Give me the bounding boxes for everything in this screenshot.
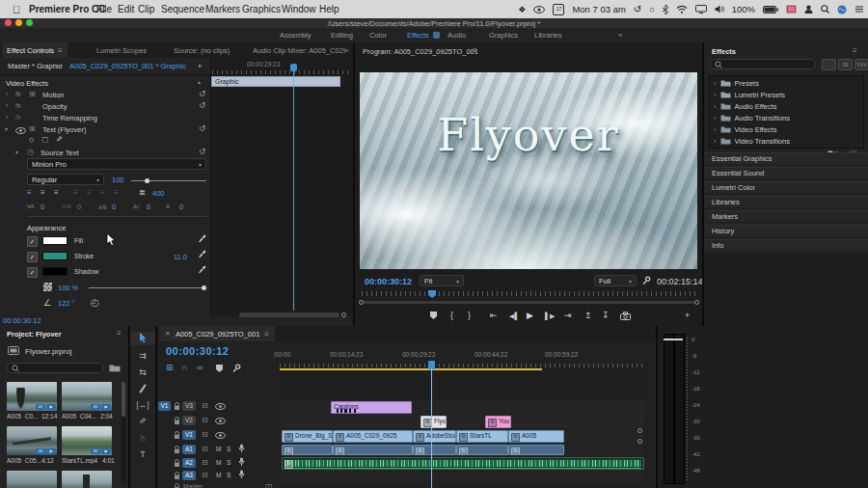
- program-current-timecode[interactable]: 00:00:30:12: [365, 277, 412, 286]
- add-marker-icon[interactable]: [216, 365, 223, 372]
- track-badge-a3[interactable]: A3: [182, 471, 196, 480]
- clip-video[interactable]: fxA005: [508, 430, 564, 443]
- clip-audio[interactable]: fx: [508, 445, 564, 455]
- track-badge-v3[interactable]: V3: [182, 401, 196, 411]
- graphic-clip-bar[interactable]: Graphic: [211, 76, 340, 87]
- workspace-graphics[interactable]: Graphics: [489, 28, 518, 42]
- sync-lock-icon[interactable]: ⊟: [202, 471, 208, 479]
- step-forward-button[interactable]: ▌▶: [545, 312, 555, 320]
- lock-icon[interactable]: [174, 483, 180, 488]
- sync-lock-icon[interactable]: ⊟: [202, 416, 208, 424]
- justify-center-icon[interactable]: ≡: [87, 188, 91, 197]
- snap-magnet-icon[interactable]: ∩: [181, 363, 188, 372]
- eyedropper-icon[interactable]: [198, 250, 206, 258]
- panel-header-libraries[interactable]: Libraries: [704, 196, 868, 207]
- clip-video[interactable]: fxStarsTL: [456, 430, 508, 443]
- razor-tool[interactable]: [130, 382, 155, 395]
- add-marker-button[interactable]: [430, 312, 437, 319]
- stroke-checkbox[interactable]: ✓: [27, 252, 38, 262]
- menu-sequence[interactable]: Sequence: [161, 0, 204, 18]
- scroll-right-dot[interactable]: [694, 300, 699, 305]
- ec-playhead-line[interactable]: [293, 69, 294, 311]
- button-editor-plus[interactable]: +: [685, 311, 690, 320]
- timeline-scroll-dot[interactable]: [637, 428, 642, 433]
- linked-selection-icon[interactable]: ∞: [197, 363, 203, 372]
- play-button[interactable]: ▶: [527, 311, 533, 320]
- workspace-audio[interactable]: Audio: [448, 28, 466, 42]
- clip-you-graphic[interactable]: fxYou: [485, 416, 511, 428]
- panel-header-lumetri-color[interactable]: Lumetri Color: [704, 181, 868, 193]
- app-menu[interactable]: Premiere Pro CC: [29, 0, 105, 18]
- rectangle-tool-icon[interactable]: □: [42, 135, 47, 145]
- audio-meter-left[interactable]: [664, 334, 674, 484]
- app-extra-icon[interactable]: ❖: [518, 5, 526, 14]
- panel-menu-icon[interactable]: ≡: [58, 46, 63, 55]
- menu-graphics[interactable]: Graphics: [242, 0, 281, 18]
- program-scrubber-ticks[interactable]: [362, 291, 695, 296]
- folder-row-presets[interactable]: ›Presets: [710, 77, 866, 89]
- ellipse-tool-icon[interactable]: ○: [29, 135, 34, 145]
- go-to-out-button[interactable]: ⇥: [564, 311, 572, 320]
- folder-row-video-transitions[interactable]: ›Video Transitions: [710, 135, 866, 147]
- bluetooth-icon[interactable]: [663, 5, 668, 14]
- align-left-icon[interactable]: ≡: [27, 188, 31, 197]
- lock-icon[interactable]: [174, 446, 180, 454]
- project-item-thumbnail[interactable]: 4K▶: [62, 382, 112, 411]
- mic-record-icon[interactable]: [238, 444, 245, 453]
- workspace-menu-icon[interactable]: [433, 32, 440, 39]
- apple-menu-icon[interactable]: : [13, 0, 20, 18]
- angle-dial-icon[interactable]: ◴: [91, 297, 99, 308]
- folder-row-audio-transitions[interactable]: ›Audio Transitions: [710, 112, 866, 123]
- font-size-value[interactable]: 100: [112, 176, 124, 184]
- display-icon[interactable]: [695, 5, 707, 14]
- project-item-name[interactable]: A005_C04...: [62, 413, 98, 420]
- panel-header-essential-sound[interactable]: Essential Sound: [704, 167, 868, 178]
- track-select-forward-tool[interactable]: ⇉: [130, 349, 155, 363]
- ripple-edit-tool[interactable]: ⇆: [130, 366, 155, 379]
- reset-icon[interactable]: ↺: [199, 101, 206, 110]
- font-family-dropdown[interactable]: Minion Pro▾: [27, 158, 206, 170]
- font-style-dropdown[interactable]: Regular▾: [27, 174, 104, 185]
- folder-row-lumetri-presets[interactable]: ›Lumetri Presets: [710, 89, 866, 100]
- calendar-menu-icon[interactable]: 17: [553, 4, 564, 15]
- zoom-level-dropdown[interactable]: Fit▾: [420, 275, 464, 286]
- menu-help[interactable]: Help: [319, 0, 339, 18]
- menu-edit[interactable]: Edit: [118, 0, 134, 18]
- timeline-ruler-ticks[interactable]: [280, 364, 644, 367]
- pen-tool-icon[interactable]: ✎: [56, 135, 63, 144]
- playback-resolution-dropdown[interactable]: Full▾: [594, 275, 637, 286]
- effect-time-remapping[interactable]: Time Remapping: [42, 114, 97, 122]
- sync-lock-icon[interactable]: ⊟: [202, 445, 208, 453]
- chevron-right-icon[interactable]: ›: [6, 91, 8, 97]
- shadow-checkbox[interactable]: ✓: [27, 267, 38, 278]
- program-playhead-marker[interactable]: [428, 290, 436, 298]
- clip-captions[interactable]: Captions: [331, 401, 412, 414]
- reset-icon[interactable]: ↺: [199, 124, 206, 133]
- menu-file[interactable]: File: [96, 0, 112, 18]
- fit-sequence-icon[interactable]: ◫: [265, 482, 273, 488]
- stroke-width-value[interactable]: 11.0: [174, 253, 187, 261]
- fill-checkbox[interactable]: ✓: [27, 236, 38, 247]
- eye-menu-icon[interactable]: [533, 6, 545, 14]
- clip-audio[interactable]: fx: [456, 445, 508, 455]
- track-badge-v1[interactable]: V1: [182, 430, 196, 440]
- chevron-right-icon[interactable]: ›: [6, 102, 8, 109]
- sync-lock-icon[interactable]: ⊟: [202, 458, 208, 467]
- align-center-icon[interactable]: ≡: [41, 188, 44, 197]
- folder-row-audio-effects[interactable]: ›Audio Effects: [710, 100, 866, 112]
- justify-right-icon[interactable]: ≡: [100, 188, 104, 197]
- project-item-thumbnail[interactable]: [7, 471, 57, 488]
- project-item-name[interactable]: A005_C0...: [7, 413, 41, 420]
- scrollbar-end-dot[interactable]: [341, 312, 346, 317]
- justify-left-icon[interactable]: ≡: [73, 188, 77, 197]
- clip-audio[interactable]: fx: [333, 445, 413, 455]
- notification-center-icon[interactable]: [854, 5, 864, 14]
- workspace-overflow-chevron[interactable]: »: [618, 28, 622, 42]
- clip-audio[interactable]: fx: [413, 445, 456, 455]
- sync-lock-icon[interactable]: ⊟: [202, 401, 208, 410]
- clip-video[interactable]: fxDrone_Big_S: [282, 430, 333, 443]
- 32bit-effects-filter-icon[interactable]: 32: [838, 59, 853, 70]
- clip-audio-music[interactable]: fx: [282, 457, 644, 470]
- project-search-input[interactable]: [7, 363, 103, 373]
- project-item-name[interactable]: A005_C05...: [7, 457, 41, 464]
